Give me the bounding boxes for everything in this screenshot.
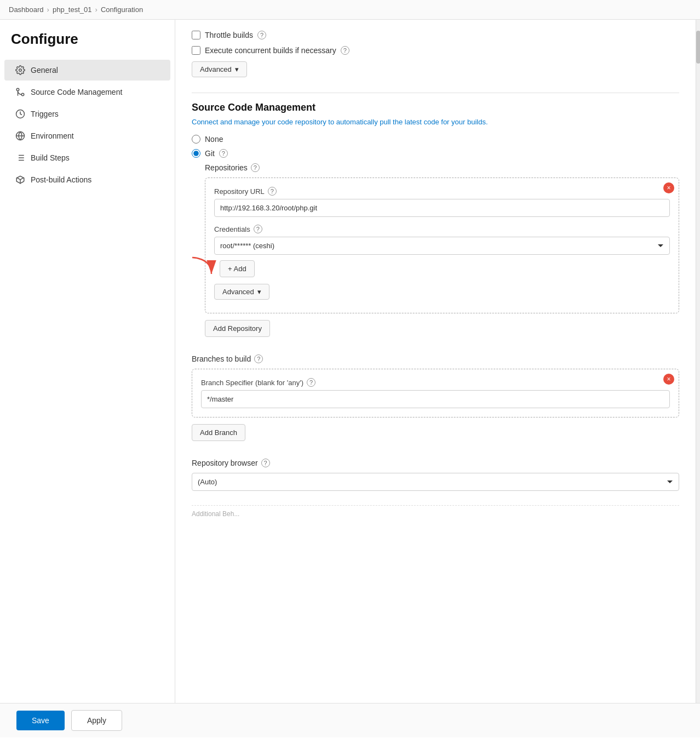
concurrent-builds-row: Execute concurrent builds if necessary ? — [192, 46, 679, 55]
repo-browser-label: Repository browser — [192, 459, 258, 467]
branch-icon — [15, 87, 25, 97]
repo-browser-select[interactable]: (Auto)githubwebgitilesbitbucketweb — [192, 473, 679, 491]
list-icon — [15, 153, 25, 163]
add-branch-label: Add Branch — [200, 428, 237, 437]
throttle-help-icon[interactable]: ? — [257, 31, 266, 39]
branch-specifier-input[interactable] — [201, 390, 670, 408]
repo-advanced-chevron-icon: ▾ — [257, 288, 261, 296]
branches-label-wrapper: Branches to build ? — [192, 354, 679, 363]
sidebar-item-scm[interactable]: Source Code Management — [4, 82, 170, 102]
concurrent-builds-checkbox[interactable] — [192, 46, 200, 55]
breadcrumb-sep-1: › — [47, 5, 49, 14]
svg-point-2 — [16, 88, 19, 91]
credentials-wrapper: root/****** (ceshi)- none - — [214, 237, 670, 260]
radio-none[interactable] — [192, 135, 200, 144]
general-advanced-label: Advanced — [200, 65, 232, 73]
git-help-icon[interactable]: ? — [219, 149, 228, 158]
globe-icon — [15, 131, 25, 141]
repositories-help-icon[interactable]: ? — [251, 163, 260, 172]
sidebar-item-general[interactable]: General — [4, 60, 170, 81]
radio-git[interactable] — [192, 149, 200, 158]
action-bar: Save Apply — [0, 703, 700, 737]
branches-help-icon[interactable]: ? — [254, 354, 263, 363]
repo-close-button[interactable]: × — [663, 182, 674, 193]
throttle-builds-row: Throttle builds ? — [192, 31, 679, 39]
apply-button[interactable]: Apply — [71, 710, 122, 731]
clock-icon — [15, 109, 25, 119]
branch-specifier-help-icon[interactable]: ? — [307, 378, 315, 387]
repo-url-field-label: Repository URL ? — [214, 187, 670, 196]
additional-section-hint: Additional Beh... — [192, 505, 679, 518]
add-repository-button[interactable]: Add Repository — [205, 320, 270, 337]
sidebar-label-general: General — [31, 66, 58, 75]
sidebar-item-build-steps[interactable]: Build Steps — [4, 147, 170, 168]
branch-specifier-label: Branch Specifier (blank for 'any') ? — [201, 378, 670, 387]
repo-advanced-button[interactable]: Advanced ▾ — [214, 284, 269, 300]
sidebar-item-post-build[interactable]: Post-build Actions — [4, 169, 170, 190]
repo-url-input[interactable] — [214, 199, 670, 217]
branch-specifier-wrapper: × Branch Specifier (blank for 'any') ? — [192, 369, 679, 417]
breadcrumb-project[interactable]: php_test_01 — [53, 5, 92, 14]
sidebar-item-environment[interactable]: Environment — [4, 125, 170, 146]
general-advanced-chevron-icon: ▾ — [235, 65, 239, 73]
throttle-builds-checkbox[interactable] — [192, 31, 200, 39]
sidebar-label-scm: Source Code Management — [31, 88, 122, 96]
throttle-builds-label: Throttle builds — [205, 31, 253, 39]
repo-browser-label-wrapper: Repository browser ? — [192, 459, 679, 467]
sidebar-label-build-steps: Build Steps — [31, 153, 70, 162]
sidebar-label-environment: Environment — [31, 131, 74, 140]
general-advanced-button[interactable]: Advanced ▾ — [192, 61, 247, 77]
credentials-help-icon[interactable]: ? — [254, 225, 262, 233]
add-credential-button[interactable]: + Add — [220, 260, 255, 277]
sidebar-label-post-build: Post-build Actions — [31, 175, 91, 184]
branches-label: Branches to build — [192, 354, 251, 363]
scm-heading: Source Code Management — [192, 102, 679, 113]
add-repository-label: Add Repository — [213, 324, 262, 333]
breadcrumb-sep-2: › — [95, 5, 97, 14]
breadcrumb: Dashboard › php_test_01 › Configuration — [0, 0, 700, 20]
repo-browser-help-icon[interactable]: ? — [261, 459, 270, 467]
repo-url-help-icon[interactable]: ? — [268, 187, 277, 196]
branch-close-button[interactable]: × — [663, 374, 674, 385]
scrollbar[interactable] — [696, 20, 700, 703]
branch-specifier-box: × Branch Specifier (blank for 'any') ? — [192, 369, 679, 417]
concurrent-builds-label: Execute concurrent builds if necessary — [205, 46, 336, 55]
svg-point-0 — [19, 69, 22, 72]
credentials-select[interactable]: root/****** (ceshi)- none - — [214, 237, 670, 255]
repo-section-wrapper: × Repository URL ? Credentials ? root/**… — [205, 178, 679, 313]
box-icon — [15, 175, 25, 185]
gear-icon — [15, 65, 25, 75]
add-branch-button[interactable]: Add Branch — [192, 424, 245, 441]
repo-advanced-label: Advanced — [222, 288, 254, 296]
radio-none-label: None — [205, 135, 223, 144]
red-arrow-annotation — [187, 255, 217, 282]
sidebar-title: Configure — [0, 31, 175, 59]
breadcrumb-config: Configuration — [101, 5, 143, 14]
general-section: Throttle builds ? Execute concurrent bui… — [192, 31, 679, 82]
radio-none-row: None — [192, 135, 679, 144]
add-label: Add — [234, 265, 246, 273]
radio-git-row: Git ? — [192, 149, 679, 158]
add-repository-wrapper: Add Repository — [205, 320, 679, 344]
sidebar-item-triggers[interactable]: Triggers — [4, 104, 170, 124]
radio-git-label: Git — [205, 149, 215, 158]
sidebar: Configure General Source Code Management — [0, 20, 175, 703]
repositories-label: Repositories ? — [205, 163, 679, 172]
section-divider-1 — [192, 93, 679, 93]
svg-point-1 — [21, 93, 24, 96]
sidebar-label-triggers: Triggers — [31, 110, 59, 118]
credentials-field-label: Credentials ? — [214, 225, 670, 233]
plus-icon: + — [228, 265, 232, 273]
add-button-wrapper: + Add — [214, 260, 670, 284]
content-area: Throttle builds ? Execute concurrent bui… — [175, 20, 696, 703]
scm-desc: Connect and manage your code repository … — [192, 118, 679, 126]
repository-box: × Repository URL ? Credentials ? root/**… — [205, 178, 679, 313]
concurrent-help-icon[interactable]: ? — [341, 46, 349, 55]
add-branch-wrapper: Add Branch — [192, 424, 679, 448]
save-button[interactable]: Save — [16, 711, 65, 730]
breadcrumb-dashboard[interactable]: Dashboard — [9, 5, 44, 14]
scm-section: Source Code Management Connect and manag… — [192, 102, 679, 518]
